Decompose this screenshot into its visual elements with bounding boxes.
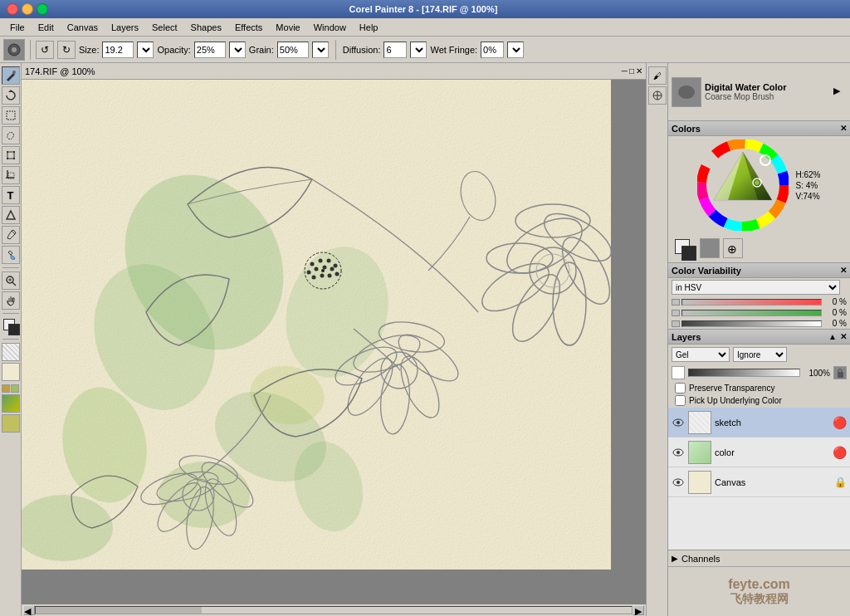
svg-point-60	[334, 264, 338, 268]
menu-select[interactable]: Select	[145, 21, 184, 34]
menu-canvas[interactable]: Canvas	[61, 21, 105, 34]
zoom-tool[interactable]	[2, 271, 20, 290]
clone-color-swatch[interactable]: ⊕	[723, 238, 743, 258]
brush-selector[interactable]	[3, 39, 25, 61]
menu-file[interactable]: File	[3, 21, 32, 34]
preserve-transparency-checkbox[interactable]	[675, 383, 686, 394]
transform-tool[interactable]	[2, 146, 20, 164]
svg-point-57	[310, 262, 315, 266]
svg-point-63	[323, 266, 327, 270]
scroll-right-button[interactable]: ▶	[633, 605, 644, 615]
var-slider-1[interactable]	[681, 299, 822, 306]
layers-expand-button[interactable]: ▲	[828, 332, 837, 341]
opacity-dropdown[interactable]: ▼	[229, 42, 246, 58]
menu-edit[interactable]: Edit	[32, 21, 61, 34]
layers-close-button[interactable]: ✕	[840, 332, 847, 341]
rotate-tool[interactable]	[2, 86, 20, 105]
colors-close-button[interactable]: ✕	[840, 124, 847, 133]
gradient-selector[interactable]	[2, 394, 20, 413]
brush-expand-arrow[interactable]: ▶	[833, 86, 847, 99]
layer-lock-icon[interactable]	[833, 366, 847, 379]
canvas-minimize[interactable]: ─	[622, 66, 628, 76]
diffusion-input[interactable]: 6	[383, 42, 407, 58]
main-area: T	[0, 63, 850, 616]
size-input[interactable]: 19.2	[102, 42, 134, 58]
fill-tool[interactable]	[2, 246, 20, 264]
panel-tool-2[interactable]	[648, 86, 667, 105]
opacity-input[interactable]: 25%	[194, 42, 226, 58]
panel-tool-1[interactable]: 🖌	[648, 66, 667, 85]
select-rect-tool[interactable]	[2, 106, 20, 125]
color-wheel[interactable]	[697, 139, 789, 231]
pattern-selector[interactable]	[2, 414, 20, 433]
paper-texture-selector[interactable]	[2, 343, 20, 361]
hand-tool[interactable]	[2, 291, 20, 310]
layer-eye-canvas[interactable]	[672, 476, 685, 489]
grain-dropdown[interactable]: ▼	[312, 42, 329, 58]
composite-mode-select[interactable]: Gel Normal Multiply	[672, 347, 730, 362]
canvas-close[interactable]: ✕	[636, 66, 642, 76]
drawing-canvas[interactable]	[22, 80, 611, 570]
var-slider-2[interactable]	[681, 310, 822, 316]
menu-window[interactable]: Window	[307, 21, 353, 34]
preserve-transparency-row: Preserve Transparency	[675, 383, 843, 394]
minimize-button[interactable]	[22, 3, 33, 15]
color-swatch-2[interactable]	[11, 384, 19, 393]
variability-mode-select[interactable]: in HSV in RGB in HLS	[672, 280, 840, 295]
var-slider-3[interactable]	[681, 320, 822, 327]
foreground-color[interactable]	[2, 317, 20, 335]
scroll-thumb[interactable]	[36, 607, 202, 614]
canvas-container[interactable]	[22, 80, 646, 604]
layers-panel: Layers ▲ ✕ Gel Normal Multiply Ignore Ge…	[668, 330, 850, 566]
svg-point-1	[12, 47, 17, 52]
shape-tool[interactable]	[2, 206, 20, 224]
maximize-button[interactable]	[37, 3, 48, 15]
layer-item-sketch[interactable]: sketch 🔴	[668, 408, 850, 438]
fg-bg-swatches[interactable]	[672, 236, 696, 261]
variability-close-button[interactable]: ✕	[840, 266, 847, 275]
menu-shapes[interactable]: Shapes	[184, 21, 228, 34]
scroll-track[interactable]	[35, 606, 633, 614]
svg-point-65	[335, 272, 340, 276]
svg-text:⊕: ⊕	[727, 242, 737, 256]
select-lasso-tool[interactable]	[2, 126, 20, 144]
menu-help[interactable]: Help	[353, 21, 385, 34]
opacity-slider[interactable]	[688, 369, 800, 377]
diffusion-dropdown[interactable]: ▼	[410, 42, 427, 58]
menu-layers[interactable]: Layers	[105, 21, 145, 34]
preserve-mode-select[interactable]: Ignore Gel	[733, 347, 787, 362]
brush-tool[interactable]	[2, 66, 20, 85]
color-swatch-1[interactable]	[2, 384, 10, 393]
layer-thumb-mini[interactable]	[672, 366, 685, 379]
preserve-transparency-label: Preserve Transparency	[689, 384, 774, 393]
scroll-left-button[interactable]: ◀	[23, 605, 35, 615]
horizontal-scrollbar[interactable]: ◀ ▶	[22, 604, 646, 616]
close-button[interactable]	[7, 3, 18, 15]
eyedropper-tool[interactable]	[2, 226, 20, 244]
wet-fringe-dropdown[interactable]: ▼	[507, 42, 524, 58]
layer-item-color[interactable]: color 🔴	[668, 438, 850, 467]
layer-item-canvas[interactable]: Canvas 🔒	[668, 467, 850, 497]
canvas-maximize[interactable]: □	[629, 66, 634, 76]
variability-title: Color Variability	[672, 266, 741, 276]
stroke-tool-1[interactable]: ↺	[36, 41, 54, 59]
menu-effects[interactable]: Effects	[228, 21, 269, 34]
paper-color[interactable]	[2, 363, 20, 381]
size-dropdown[interactable]: ▼	[137, 42, 154, 58]
channels-expand-icon[interactable]: ▶	[672, 554, 678, 563]
menu-movie[interactable]: Movie	[269, 21, 306, 34]
text-tool[interactable]: T	[2, 186, 20, 204]
brush-color-swatch[interactable]	[700, 238, 720, 258]
wet-fringe-input[interactable]: 0%	[481, 42, 504, 58]
layer-eye-color[interactable]	[672, 446, 685, 459]
pick-up-color-checkbox[interactable]	[675, 395, 686, 406]
colors-panel: Colors ✕	[668, 121, 850, 263]
svg-point-94	[677, 451, 680, 454]
brush-preview[interactable]	[672, 77, 701, 107]
grain-input[interactable]: 50%	[277, 42, 309, 58]
channels-bar[interactable]: ▶ Channels	[668, 550, 850, 566]
stroke-tool-2[interactable]: ↻	[57, 41, 76, 59]
layer-eye-sketch[interactable]	[672, 416, 685, 429]
var-icon-1	[672, 299, 680, 306]
crop-tool[interactable]	[2, 166, 20, 184]
